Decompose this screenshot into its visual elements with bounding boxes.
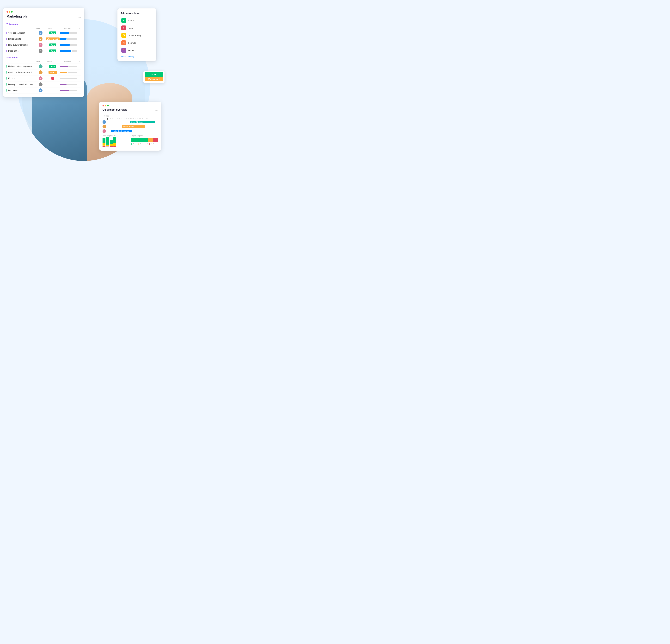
add-column-button[interactable]: + xyxy=(78,27,81,29)
timeline-cell xyxy=(60,38,81,40)
bar-segment-green xyxy=(103,138,105,143)
marketing-card-more-button[interactable]: ••• xyxy=(78,16,81,19)
maximize-dot-q3 xyxy=(107,105,109,106)
time-tracking-icon: ⏱ xyxy=(121,33,126,38)
tags-icon: # xyxy=(121,26,126,30)
table-row[interactable]: Conduct a risk assessment C Work... xyxy=(6,69,81,76)
timeline-cell xyxy=(60,44,81,45)
status-cell[interactable]: Working on it xyxy=(45,38,60,40)
stack-stuck xyxy=(153,138,158,142)
row-risk: Conduct a risk assessment xyxy=(6,71,36,73)
team-progress-chart: Team progress ov... xyxy=(103,135,129,147)
add-column-card: Add new column ≡ Status # Tags ⏱ Time tr… xyxy=(118,9,156,61)
view-more-link[interactable]: View more (36) xyxy=(121,55,153,58)
column-label-tags: Tags xyxy=(128,27,133,29)
chart-legend: Done Working on it Stuck xyxy=(131,143,158,145)
legend-label-working: Working on it xyxy=(139,143,148,145)
q3-more-button[interactable]: ••• xyxy=(155,109,158,112)
col-timeline-header: Timeline xyxy=(57,27,78,29)
ruler-mark: 5 xyxy=(118,118,121,120)
table-header-this-month: Owner Status Timeline + xyxy=(6,27,81,30)
bar-segment-green xyxy=(110,140,112,144)
avatar: P xyxy=(39,49,42,53)
status-badge-done: Done xyxy=(49,31,56,35)
table-header-next-month: Owner Status Timeline + xyxy=(6,60,81,64)
row-avatar: D xyxy=(36,82,45,86)
gantt-bar-monitor-budget: Monitor budget xyxy=(122,125,145,128)
table-row[interactable]: Develop communication plan D xyxy=(6,81,81,88)
timeline-cell xyxy=(60,90,81,91)
column-type-time-tracking[interactable]: ⏱ Time tracking xyxy=(121,32,153,39)
status-icon: ≡ xyxy=(121,18,126,23)
row-avatar: L xyxy=(36,37,45,41)
column-label-time-tracking: Time tracking xyxy=(128,34,141,37)
status-cell[interactable]: Done xyxy=(45,50,60,52)
legend-label-done: Done xyxy=(133,143,136,145)
legend-working: Working on it xyxy=(137,143,148,145)
project-progress-label: Project progress xyxy=(131,135,158,137)
table-row[interactable]: YouTube campaign Y Done xyxy=(6,30,81,36)
column-type-status[interactable]: ≡ Status xyxy=(121,17,153,24)
row-avatar: U xyxy=(36,64,45,68)
bar-column xyxy=(103,138,105,147)
status-option-done[interactable]: Done xyxy=(145,72,163,77)
row-avatar: Y xyxy=(36,31,45,35)
gantt-avatar xyxy=(103,125,106,128)
bar-segment-yellow xyxy=(113,143,116,146)
table-row[interactable]: Monitor M xyxy=(6,76,81,81)
ruler-mark: 9 xyxy=(128,118,130,120)
table-row[interactable]: Item name I xyxy=(6,88,81,93)
status-cell[interactable]: Done xyxy=(45,32,60,34)
status-cell[interactable] xyxy=(45,77,60,80)
timeline-cell xyxy=(60,66,81,67)
project-progress-chart: Project progress Done Working on it Stuc… xyxy=(131,135,158,147)
row-communication: Develop communication plan xyxy=(6,83,36,85)
bar-segment-red xyxy=(113,146,116,147)
row-nyc: NYC subway campaign xyxy=(6,44,36,46)
col-owner-header: Owner xyxy=(32,27,42,29)
add-column-button-2[interactable]: + xyxy=(78,61,81,63)
legend-label-stuck: Stuck xyxy=(150,143,154,145)
bar-chart xyxy=(103,138,129,147)
avatar: N xyxy=(39,43,42,47)
timeline-cell xyxy=(60,32,81,33)
minimize-dot-q3 xyxy=(105,105,106,106)
row-avatar: I xyxy=(36,89,45,92)
status-badge-working: Working on it xyxy=(46,38,60,40)
legend-dot-done xyxy=(131,144,132,145)
gantt-bar-container: Finalize kickoff materials xyxy=(107,130,158,132)
bar-segment-red xyxy=(103,146,105,147)
row-linkedin: LinkedIn posts xyxy=(6,38,36,40)
column-type-tags[interactable]: # Tags xyxy=(121,24,153,32)
marketing-plan-card: Marketing plan ••• This month Owner Stat… xyxy=(3,8,84,97)
bar-column xyxy=(106,137,109,147)
marketing-card-title: Marketing plan xyxy=(6,15,29,18)
row-contractor: Update contractor agreement xyxy=(6,65,36,67)
ruler-marks: 1 2 3 4 5 6 7 8 9 10 11 12 13 14 15 16 1… xyxy=(109,118,158,120)
column-type-location[interactable]: 📍 Location xyxy=(121,46,153,54)
gantt-avatar xyxy=(103,120,106,124)
legend-done: Done xyxy=(131,143,136,145)
table-row[interactable]: LinkedIn posts L Working on it xyxy=(6,36,81,42)
col-timeline-header: Timeline xyxy=(57,61,78,63)
bar-segment-green xyxy=(113,137,116,143)
table-row[interactable]: NYC subway campaign N Done xyxy=(6,42,81,48)
formula-icon: fx xyxy=(121,40,126,45)
table-row[interactable]: Update contractor agreement U Done xyxy=(6,64,81,69)
ruler-mark: 2 xyxy=(112,118,114,120)
ruler-mark: 14 xyxy=(139,118,141,120)
this-month-label: This month xyxy=(6,23,81,25)
ruler-mark: 3 xyxy=(114,118,116,120)
status-badge-stuck xyxy=(51,77,54,80)
row-monitor: Monitor xyxy=(6,77,36,80)
status-cell[interactable]: Done xyxy=(45,44,60,46)
status-badge-done: Done xyxy=(49,50,56,52)
table-row[interactable]: Pules name P Done xyxy=(6,48,81,54)
row-avatar: C xyxy=(36,70,45,74)
status-option-working[interactable]: Working on it xyxy=(145,77,163,81)
column-type-formula[interactable]: fx Formula xyxy=(121,39,153,46)
status-cell[interactable]: Done xyxy=(45,65,60,67)
status-cell[interactable]: Work... xyxy=(45,71,60,73)
close-dot xyxy=(6,11,8,13)
status-badge-done: Done xyxy=(49,65,56,68)
